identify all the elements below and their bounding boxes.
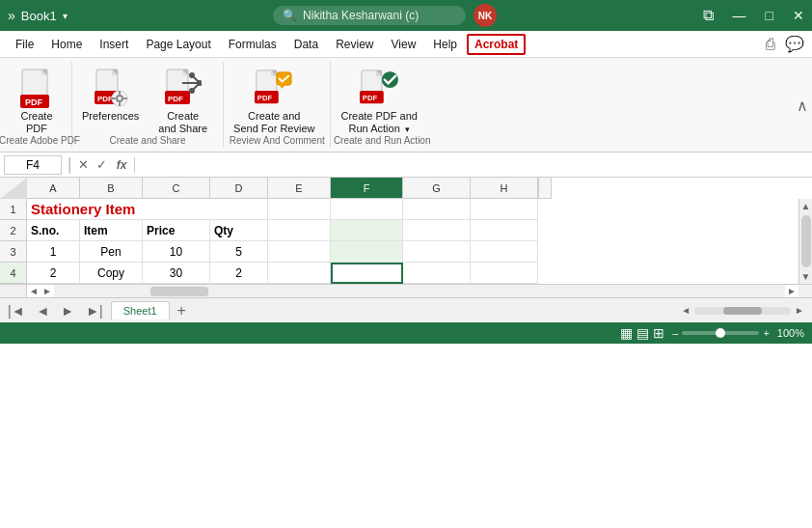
menu-page-layout[interactable]: Page Layout [138,34,218,55]
cell-c4[interactable]: 30 [143,263,210,284]
table-row: 1 Stationery Item [0,199,798,220]
formula-cancel-icon[interactable]: ✕ [78,157,89,172]
cell-f4-selected[interactable] [331,263,403,284]
ribbon-group-review: PDF Create andSend For Review Review And… [224,62,331,148]
cell-e3[interactable] [268,241,331,263]
cell-reference-input[interactable] [4,155,62,175]
cell-a2[interactable]: S.no. [27,220,80,241]
cell-h3[interactable] [471,241,538,263]
col-header-g[interactable]: G [403,178,471,199]
cell-e2[interactable] [268,220,331,241]
formula-input[interactable] [143,156,808,174]
share-window-icon[interactable]: ⧉ [703,7,714,24]
cell-f2[interactable] [331,220,403,241]
function-icon[interactable]: fx [117,158,127,172]
sheet-tab-sheet1[interactable]: Sheet1 [111,301,170,320]
col-header-f[interactable]: F [331,178,403,199]
cell-a1[interactable]: Stationery Item [27,199,268,220]
tab-nav-next[interactable]: ► [57,303,78,319]
cell-f3[interactable] [331,241,403,263]
run-action-icon: PDF [360,69,398,108]
add-sheet-button[interactable]: + [174,302,190,320]
scroll-up-arrow[interactable]: ▲ [799,199,812,213]
cell-b2[interactable]: Item [80,220,143,241]
svg-text:PDF: PDF [257,94,273,102]
row-header-1[interactable]: 1 [0,199,27,220]
row-header-3[interactable]: 3 [0,241,27,263]
cell-c2[interactable]: Price [143,220,210,241]
zoom-plus-button[interactable]: + [763,327,769,339]
view-page-layout-icon[interactable]: ▤ [636,325,649,341]
cell-d3[interactable]: 5 [210,241,268,263]
left-indicator[interactable]: ◄ [681,305,690,316]
cell-b3[interactable]: Pen [80,241,143,263]
cell-h1[interactable] [471,199,538,220]
formula-divider-line [134,157,135,173]
row-header-4[interactable]: 4 [0,263,27,284]
create-and-share-button[interactable]: PDF Createand Share [152,66,213,139]
col-header-b[interactable]: B [80,178,143,199]
view-normal-icon[interactable]: ▦ [620,325,633,341]
cell-a3[interactable]: 1 [27,241,80,263]
search-box[interactable]: 🔍 Nikitha Kesharwani (c) [273,6,466,25]
formula-confirm-icon[interactable]: ✓ [96,157,107,172]
cell-g4[interactable] [403,263,471,284]
col-header-c[interactable]: C [143,178,210,199]
zoom-minus-button[interactable]: – [672,327,678,339]
horizontal-scroll-area: ◄ ► ► [0,284,812,297]
ribbon-collapse-button[interactable]: ∧ [797,96,808,114]
scroll-right-arrow[interactable]: ► [41,286,54,296]
quick-access-arrows[interactable]: » [8,8,15,23]
maximize-button[interactable]: □ [766,8,773,23]
scroll-right-end[interactable]: ► [785,286,798,296]
cell-d2[interactable]: Qty [210,220,268,241]
cell-e1[interactable] [268,199,331,220]
close-button[interactable]: ✕ [793,8,804,23]
menu-data[interactable]: Data [286,34,326,55]
menu-home[interactable]: Home [43,34,90,55]
h-scroll-thumb[interactable] [150,287,208,296]
cell-d4[interactable]: 2 [210,263,268,284]
create-pdf-run-action-button[interactable]: PDF Create PDF andRun Action ▾ [335,66,422,139]
menu-insert[interactable]: Insert [92,34,136,55]
comment-icon[interactable]: 💬 [785,35,804,53]
row-header-2[interactable]: 2 [0,220,27,241]
scroll-thumb-vertical[interactable] [801,215,811,267]
cell-f1[interactable] [331,199,403,220]
col-header-h[interactable]: H [471,178,538,199]
cell-b4[interactable]: Copy [80,263,143,284]
right-indicator[interactable]: ► [795,305,804,316]
tab-nav-right[interactable]: ►| [82,303,107,319]
share-icon[interactable]: ⎙ [766,36,775,53]
cell-e4[interactable] [268,263,331,284]
menu-help[interactable]: Help [425,34,465,55]
menu-review[interactable]: Review [328,34,381,55]
menu-view[interactable]: View [384,34,424,55]
minimize-button[interactable]: — [733,8,746,23]
cell-g1[interactable] [403,199,471,220]
cell-a4[interactable]: 2 [27,263,80,284]
view-page-break-icon[interactable]: ⊞ [653,325,664,341]
col-header-e[interactable]: E [268,178,331,199]
tab-nav-left[interactable]: |◄ [4,303,29,319]
menu-acrobat[interactable]: Acrobat [467,34,526,55]
scroll-down-arrow[interactable]: ▼ [799,269,812,284]
vertical-scrollbar[interactable]: ▲ ▼ [798,199,812,284]
cell-c3[interactable]: 10 [143,241,210,263]
tab-nav-prev[interactable]: ◄ [33,303,54,319]
col-header-d[interactable]: D [210,178,268,199]
cell-g3[interactable] [403,241,471,263]
workbook-dropdown-arrow[interactable]: ▾ [63,11,68,21]
menu-formulas[interactable]: Formulas [221,34,284,55]
scroll-left-arrow[interactable]: ◄ [27,286,41,296]
create-send-review-button[interactable]: PDF Create andSend For Review [228,66,320,139]
cell-h4[interactable] [471,263,538,284]
col-header-a[interactable]: A [27,178,80,199]
cell-g2[interactable] [403,220,471,241]
create-pdf-button[interactable]: PDF CreatePDF [12,66,62,139]
avatar[interactable]: NK [474,4,497,27]
menu-file[interactable]: File [8,34,41,55]
h-scroll-track[interactable] [54,285,785,298]
cell-h2[interactable] [471,220,538,241]
preferences-button[interactable]: PDF Preferences [76,66,145,126]
